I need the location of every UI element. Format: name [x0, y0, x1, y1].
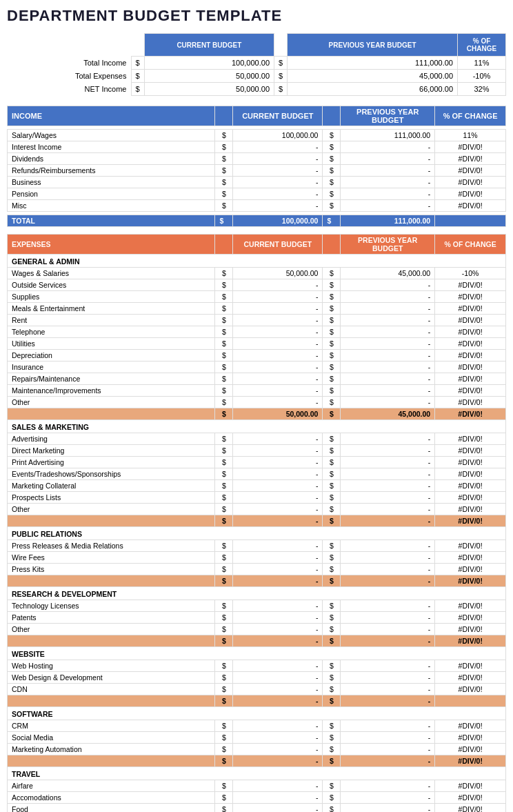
expenses-data-row: Web Hosting $ - $ - #DIV/0! — [8, 660, 506, 672]
expenses-data-row: Supplies $ - $ - #DIV/0! — [8, 291, 506, 303]
income-row-label: Dividends — [8, 153, 215, 165]
expenses-data-row: Meals & Entertainment $ - $ - #DIV/0! — [8, 303, 506, 315]
expenses-data-row: Maintenance/Improvements $ - $ - #DIV/0! — [8, 385, 506, 397]
income-data-row: Pension $ - $ - #DIV/0! — [8, 188, 506, 200]
expenses-data-row: Other $ - $ - #DIV/0! — [8, 397, 506, 408]
income-total-row: TOTAL $ 100,000.00 $ 111,000.00 — [8, 215, 506, 227]
expenses-data-row: Accomodations $ - $ - #DIV/0! — [8, 792, 506, 804]
summary-header-pct: % OF CHANGE — [458, 34, 506, 57]
expenses-data-row: Telephone $ - $ - #DIV/0! — [8, 326, 506, 338]
summary-label-net: NET Income — [7, 83, 131, 96]
expenses-data-row: CDN $ - $ - #DIV/0! — [8, 684, 506, 695]
expenses-subtotal-row: $ - $ - #DIV/0! — [8, 755, 506, 767]
expenses-data-row: Wages & Salaries $ 50,000.00 $ 45,000.00… — [8, 268, 506, 279]
income-data-row: Business $ - $ - #DIV/0! — [8, 177, 506, 188]
expenses-subsection-header: SOFTWARE — [8, 707, 506, 720]
page-title: DEPARTMENT BUDGET TEMPLATE — [7, 7, 506, 25]
expenses-section-label: EXPENSES — [8, 235, 215, 255]
expenses-data-row: Marketing Automation $ - $ - #DIV/0! — [8, 744, 506, 755]
expenses-data-row: Print Advertising $ - $ - #DIV/0! — [8, 457, 506, 468]
expenses-subtotal-row: $ - $ - #DIV/0! — [8, 635, 506, 647]
expenses-data-row: Events/Tradeshows/Sponsorships $ - $ - #… — [8, 468, 506, 480]
expenses-subsection-header: WEBSITE — [8, 647, 506, 660]
expenses-data-row: Social Media $ - $ - #DIV/0! — [8, 732, 506, 744]
expenses-data-row: Technology Licenses $ - $ - #DIV/0! — [8, 600, 506, 612]
income-row-label: Interest Income — [8, 141, 215, 153]
summary-row-expenses: Total Expenses $ 50,000.00 $ 45,000.00 -… — [7, 70, 506, 83]
income-row-label: Pension — [8, 188, 215, 200]
expenses-subsection-header: RESEARCH & DEVELOPMENT — [8, 587, 506, 600]
expenses-data-row: Other $ - $ - #DIV/0! — [8, 504, 506, 515]
income-section-label: INCOME — [8, 106, 215, 126]
expenses-data-row: Depreciation $ - $ - #DIV/0! — [8, 350, 506, 362]
expenses-data-row: Outside Services $ - $ - #DIV/0! — [8, 279, 506, 291]
income-data-row: Interest Income $ - $ - #DIV/0! — [8, 141, 506, 153]
expenses-data-row: Utilities $ - $ - #DIV/0! — [8, 338, 506, 350]
expenses-data-row: Marketing Collateral $ - $ - #DIV/0! — [8, 480, 506, 492]
expenses-data-row: Direct Marketing $ - $ - #DIV/0! — [8, 445, 506, 457]
expenses-data-row: Web Design & Development $ - $ - #DIV/0! — [8, 672, 506, 684]
summary-header-current: CURRENT BUDGET — [144, 34, 274, 57]
income-row-label: Misc — [8, 200, 215, 212]
expenses-subtotal-row: $ 50,000.00 $ 45,000.00 #DIV/0! — [8, 408, 506, 420]
expenses-data-row: Food $ - $ - #DIV/0! — [8, 804, 506, 813]
income-row-label: Business — [8, 177, 215, 188]
expenses-data-row: Press Releases & Media Relations $ - $ -… — [8, 540, 506, 552]
expenses-data-row: CRM $ - $ - #DIV/0! — [8, 720, 506, 732]
expenses-data-row: Prospects Lists $ - $ - #DIV/0! — [8, 492, 506, 504]
expenses-data-row: Rent $ - $ - #DIV/0! — [8, 315, 506, 326]
expenses-subsection-header: PUBLIC RELATIONS — [8, 527, 506, 540]
income-data-row: Misc $ - $ - #DIV/0! — [8, 200, 506, 212]
income-row-label: Salary/Wages — [8, 130, 215, 141]
expenses-data-row: Repairs/Maintenance $ - $ - #DIV/0! — [8, 373, 506, 385]
expenses-data-row: Insurance $ - $ - #DIV/0! — [8, 362, 506, 373]
income-row-label: Refunds/Reimbursements — [8, 165, 215, 177]
expenses-data-row: Advertising $ - $ - #DIV/0! — [8, 433, 506, 445]
expenses-subsection-header: GENERAL & ADMIN — [8, 255, 506, 268]
summary-table: CURRENT BUDGET PREVIOUS YEAR BUDGET % OF… — [7, 33, 506, 96]
summary-row-income: Total Income $ 100,000.00 $ 111,000.00 1… — [7, 57, 506, 70]
expenses-subsection-header: SALES & MARKETING — [8, 420, 506, 433]
income-data-row: Salary/Wages $ 100,000.00 $ 111,000.00 1… — [8, 130, 506, 141]
summary-row-net: NET Income $ 50,000.00 $ 66,000.00 32% — [7, 83, 506, 96]
summary-label-income: Total Income — [7, 57, 131, 70]
expenses-subsection-header: TRAVEL — [8, 767, 506, 780]
summary-header-prev: PREVIOUS YEAR BUDGET — [288, 34, 458, 57]
summary-label-expenses: Total Expenses — [7, 70, 131, 83]
income-data-row: Refunds/Reimbursements $ - $ - #DIV/0! — [8, 165, 506, 177]
expenses-subtotal-row: $ - $ - #DIV/0! — [8, 575, 506, 587]
expenses-table: EXPENSES CURRENT BUDGET PREVIOUS YEAR BU… — [7, 234, 506, 812]
expenses-subtotal-row: $ - $ - #DIV/0! — [8, 515, 506, 527]
expenses-data-row: Patents $ - $ - #DIV/0! — [8, 612, 506, 624]
income-total-label: TOTAL — [8, 215, 215, 227]
expenses-data-row: Other $ - $ - #DIV/0! — [8, 624, 506, 635]
income-table: INCOME CURRENT BUDGET PREVIOUS YEAR BUDG… — [7, 106, 506, 227]
expenses-subtotal-row: $ - $ - — [8, 695, 506, 707]
expenses-data-row: Press Kits $ - $ - #DIV/0! — [8, 564, 506, 575]
income-data-row: Dividends $ - $ - #DIV/0! — [8, 153, 506, 165]
expenses-data-row: Wire Fees $ - $ - #DIV/0! — [8, 552, 506, 564]
expenses-data-row: Airfare $ - $ - #DIV/0! — [8, 780, 506, 792]
